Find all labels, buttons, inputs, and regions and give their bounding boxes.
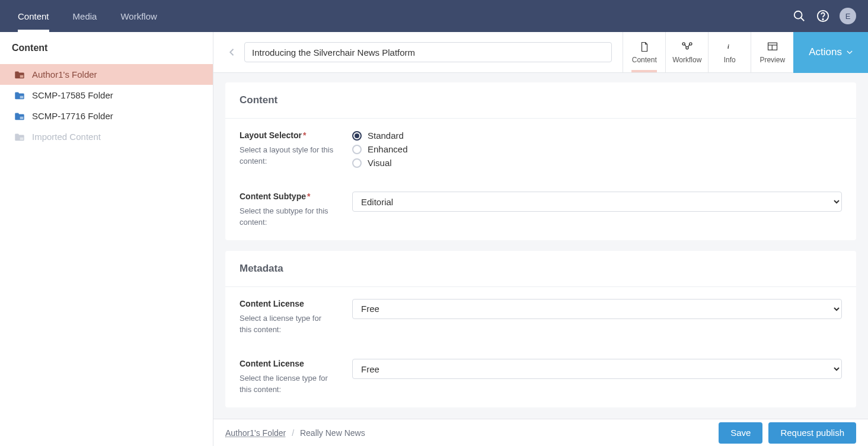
field-label-text: Layout Selector: [240, 130, 302, 140]
topbar-tab-label: Workflow: [120, 11, 157, 21]
content-card: Content Layout Selector* Select a layout…: [225, 82, 856, 240]
content-subtype-label: Content Subtype*: [240, 192, 334, 201]
tree-item-label: SCMP-17585 Folder: [32, 90, 113, 100]
svg-rect-6: [20, 116, 24, 119]
tool-tab-label: Preview: [760, 56, 785, 64]
editor-toolbar: Content Workflow i Info Preview Actions: [213, 32, 868, 73]
svg-rect-5: [20, 95, 24, 98]
content-area[interactable]: Content Layout Selector* Select a layout…: [213, 73, 868, 446]
content-subtype-select[interactable]: Editorial: [352, 192, 842, 212]
sidebar-title: Content: [0, 32, 213, 64]
radio-icon: [352, 131, 362, 141]
folder-icon: [14, 71, 25, 79]
help-icon[interactable]: [816, 9, 830, 23]
content-license-b-select[interactable]: Free: [352, 359, 842, 379]
content-subtype-help: Select the subtype for this content:: [240, 206, 334, 228]
search-icon[interactable]: [792, 9, 806, 23]
metadata-card: Metadata Content License Select a licens…: [225, 251, 856, 407]
topbar: Content Media Workflow E: [0, 0, 868, 32]
content-license-b-field: Content License Select the license type …: [225, 347, 856, 407]
svg-text:i: i: [727, 43, 729, 50]
tree-item-author1-folder[interactable]: Author1's Folder: [0, 64, 213, 85]
info-icon: i: [726, 40, 733, 53]
tool-tabs: Content Workflow i Info Preview: [623, 32, 793, 72]
folder-icon: [14, 91, 25, 100]
layout-radio-standard[interactable]: Standard: [352, 130, 842, 141]
folder-icon: [14, 133, 25, 141]
footer: Author1's Folder / Really New News Save …: [213, 419, 868, 446]
topbar-tab-content[interactable]: Content: [6, 0, 61, 32]
svg-rect-12: [768, 43, 777, 50]
content-card-header: Content: [225, 82, 856, 119]
radio-label: Enhanced: [368, 144, 408, 154]
content-license-a-field: Content License Select a license type fo…: [225, 287, 856, 348]
tree-item-label: Imported Content: [32, 132, 101, 142]
tool-tab-label: Workflow: [672, 56, 701, 64]
document-icon: [639, 40, 650, 53]
topbar-tabs: Content Media Workflow: [6, 0, 792, 32]
radio-icon: [352, 158, 362, 168]
tool-tab-info[interactable]: i Info: [708, 32, 751, 72]
content-subtype-field: Content Subtype* Select the subtype for …: [225, 180, 856, 240]
tool-tab-label: Content: [632, 56, 657, 64]
tree-item-label: Author1's Folder: [32, 69, 97, 79]
topbar-tab-media[interactable]: Media: [61, 0, 109, 32]
chevron-down-icon: [847, 50, 853, 55]
content-license-a-select[interactable]: Free: [352, 299, 842, 319]
back-button[interactable]: [224, 44, 241, 60]
metadata-card-header: Metadata: [225, 251, 856, 287]
workflow-icon: [681, 40, 693, 53]
avatar-initial: E: [845, 12, 851, 21]
breadcrumb-link[interactable]: Author1's Folder: [225, 428, 286, 438]
required-marker: *: [307, 192, 310, 201]
svg-point-0: [794, 11, 802, 19]
content-license-b-help: Select the license type for this content…: [240, 373, 334, 396]
tree-item-scmp-17716[interactable]: SCMP-17716 Folder: [0, 106, 213, 126]
preview-icon: [767, 40, 778, 53]
layout-selector-radio-group: Standard Enhanced Visual: [352, 130, 842, 168]
actions-button[interactable]: Actions: [793, 32, 868, 73]
request-publish-button[interactable]: Request publish: [768, 422, 856, 444]
svg-rect-4: [20, 75, 24, 77]
main: Content Workflow i Info Preview Actions: [213, 32, 868, 446]
content-license-a-help: Select a license type for this content:: [240, 313, 334, 336]
content-license-a-label: Content License: [240, 299, 334, 308]
required-marker: *: [303, 130, 306, 140]
tree-item-imported-content: Imported Content: [0, 126, 213, 147]
user-avatar[interactable]: E: [840, 8, 856, 24]
topbar-icons: E: [792, 8, 862, 24]
radio-label: Visual: [368, 158, 392, 168]
layout-radio-visual[interactable]: Visual: [352, 158, 842, 168]
topbar-tab-workflow[interactable]: Workflow: [108, 0, 168, 32]
tool-tab-content[interactable]: Content: [623, 32, 665, 72]
title-input[interactable]: [244, 42, 612, 62]
field-label-text: Content Subtype: [240, 192, 306, 201]
tool-tab-label: Info: [724, 56, 736, 64]
svg-point-3: [822, 19, 823, 20]
layout-selector-label: Layout Selector*: [240, 130, 334, 140]
svg-line-1: [801, 18, 805, 21]
breadcrumb-current: Really New News: [300, 428, 365, 438]
radio-icon: [352, 145, 362, 154]
topbar-tab-label: Content: [18, 11, 49, 21]
tree-item-label: SCMP-17716 Folder: [32, 111, 113, 121]
breadcrumb-separator: /: [292, 428, 294, 438]
tree-item-scmp-17585[interactable]: SCMP-17585 Folder: [0, 85, 213, 106]
layout-radio-enhanced[interactable]: Enhanced: [352, 144, 842, 154]
content-license-b-label: Content License: [240, 359, 334, 368]
actions-label: Actions: [809, 46, 842, 58]
sidebar: Content Author1's Folder SCMP-17585 Fold…: [0, 32, 213, 446]
tool-tab-preview[interactable]: Preview: [751, 32, 793, 72]
svg-rect-7: [20, 137, 24, 139]
breadcrumb: Author1's Folder / Really New News: [225, 428, 365, 438]
request-publish-button-label: Request publish: [780, 428, 844, 438]
radio-label: Standard: [368, 130, 404, 141]
topbar-tab-label: Media: [73, 11, 97, 21]
save-button[interactable]: Save: [719, 422, 762, 444]
layout-selector-help: Select a layout style for this content:: [240, 145, 334, 167]
save-button-label: Save: [730, 428, 751, 438]
layout-selector-field: Layout Selector* Select a layout style f…: [225, 119, 856, 180]
svg-point-9: [686, 47, 688, 49]
tool-tab-workflow[interactable]: Workflow: [665, 32, 708, 72]
folder-icon: [14, 112, 25, 120]
